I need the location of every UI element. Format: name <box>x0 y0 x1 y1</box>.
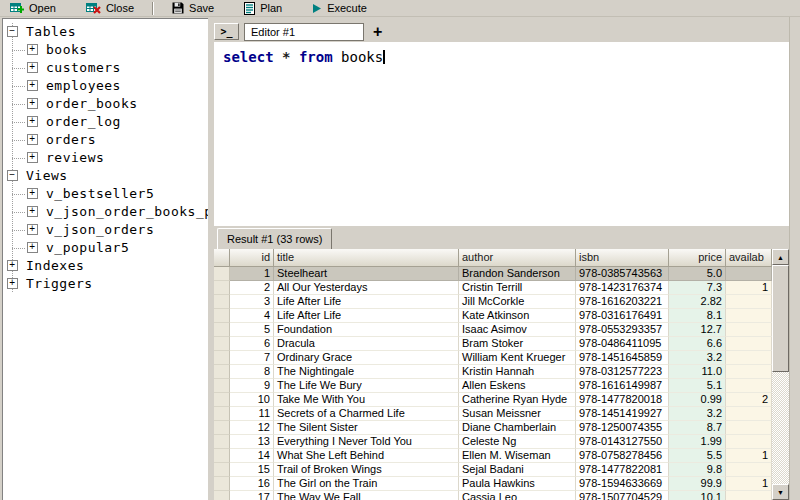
expand-icon[interactable]: + <box>27 206 38 217</box>
cell-title[interactable]: The Girl on the Train <box>274 477 459 491</box>
cell-available[interactable] <box>726 295 772 309</box>
open-button[interactable]: Open <box>6 1 60 16</box>
cell-author[interactable]: Paula Hawkins <box>459 477 576 491</box>
expand-icon[interactable]: + <box>27 134 38 145</box>
cell-price[interactable]: 6.6 <box>669 337 726 351</box>
cell-author[interactable]: Bram Stoker <box>459 337 576 351</box>
table-row[interactable]: 6DraculaBram Stoker978-04864110956.6 <box>214 337 772 351</box>
row-gutter-cell[interactable] <box>214 309 230 323</box>
cell-isbn[interactable]: 978-1477822081 <box>576 463 669 477</box>
table-row[interactable]: 11Secrets of a Charmed LifeSusan Meissne… <box>214 407 772 421</box>
cell-title[interactable]: The Nightingale <box>274 365 459 379</box>
cell-available[interactable] <box>726 463 772 477</box>
cell-price[interactable]: 11.0 <box>669 365 726 379</box>
row-gutter-cell[interactable] <box>214 351 230 365</box>
sql-editor[interactable]: select * from books <box>214 42 789 226</box>
tree-item-order-books[interactable]: +order_books <box>3 95 208 113</box>
cell-isbn[interactable]: 978-1423176374 <box>576 281 669 295</box>
cell-author[interactable]: Diane Chamberlain <box>459 421 576 435</box>
cell-title[interactable]: Life After Life <box>274 309 459 323</box>
row-gutter-cell[interactable] <box>214 491 230 500</box>
tree-item-books[interactable]: +books <box>3 41 208 59</box>
tree-item-v-json-orders[interactable]: +v_json_orders <box>3 221 208 239</box>
cell-author[interactable]: Brandon Sanderson <box>459 267 576 281</box>
cell-title[interactable]: Everything I Never Told You <box>274 435 459 449</box>
row-gutter-cell[interactable] <box>214 267 230 281</box>
cell-id[interactable]: 6 <box>230 337 274 351</box>
tab-editor-1[interactable]: Editor #1 <box>244 23 364 41</box>
column-header-price[interactable]: price <box>669 249 726 267</box>
expand-icon[interactable]: + <box>27 152 38 163</box>
table-row[interactable]: 13Everything I Never Told YouCeleste Ng9… <box>214 435 772 449</box>
cell-id[interactable]: 16 <box>230 477 274 491</box>
cell-available[interactable] <box>726 309 772 323</box>
cell-isbn[interactable]: 978-1507704529 <box>576 491 669 500</box>
cell-author[interactable]: Cassia Leo <box>459 491 576 500</box>
table-row[interactable]: 12The Silent SisterDiane Chamberlain978-… <box>214 421 772 435</box>
cell-price[interactable]: 3.2 <box>669 407 726 421</box>
cell-title[interactable]: Foundation <box>274 323 459 337</box>
expand-icon[interactable]: + <box>27 242 38 253</box>
cell-price[interactable]: 5.0 <box>669 267 726 281</box>
cell-author[interactable]: Jill McCorkle <box>459 295 576 309</box>
cell-isbn[interactable]: 978-0385743563 <box>576 267 669 281</box>
row-gutter-cell[interactable] <box>214 365 230 379</box>
cell-price[interactable]: 8.7 <box>669 421 726 435</box>
cell-id[interactable]: 12 <box>230 421 274 435</box>
tree-item-views[interactable]: −Views <box>3 167 208 185</box>
tree-item-v-popular5[interactable]: +v_popular5 <box>3 239 208 257</box>
cell-title[interactable]: All Our Yesterdays <box>274 281 459 295</box>
cell-author[interactable]: Susan Meissner <box>459 407 576 421</box>
row-gutter-cell[interactable] <box>214 393 230 407</box>
cell-price[interactable]: 9.8 <box>669 463 726 477</box>
table-row[interactable]: 7Ordinary GraceWilliam Kent Krueger978-1… <box>214 351 772 365</box>
cell-isbn[interactable]: 978-0316176491 <box>576 309 669 323</box>
tree-item-triggers[interactable]: +Triggers <box>3 275 208 293</box>
tree-item-v-bestseller5[interactable]: +v_bestseller5 <box>3 185 208 203</box>
row-gutter-cell[interactable] <box>214 323 230 337</box>
cell-id[interactable]: 10 <box>230 393 274 407</box>
cell-id[interactable]: 15 <box>230 463 274 477</box>
save-button[interactable]: Save <box>168 1 218 16</box>
cell-isbn[interactable]: 978-1616203221 <box>576 295 669 309</box>
tree-item-reviews[interactable]: +reviews <box>3 149 208 167</box>
expand-icon[interactable]: + <box>27 44 38 55</box>
cell-available[interactable] <box>726 365 772 379</box>
cell-author[interactable]: Kristin Hannah <box>459 365 576 379</box>
cell-title[interactable]: The Way We Fall <box>274 491 459 500</box>
expand-icon[interactable]: + <box>27 188 38 199</box>
cell-title[interactable]: Take Me With You <box>274 393 459 407</box>
add-editor-tab-button[interactable]: + <box>373 24 382 40</box>
scroll-up-button[interactable]: ▲ <box>772 249 789 265</box>
cell-available[interactable] <box>726 491 772 500</box>
tree-item-v-json-order-books-p[interactable]: +v_json_order_books_p <box>3 203 208 221</box>
cell-title[interactable]: The Silent Sister <box>274 421 459 435</box>
cell-id[interactable]: 4 <box>230 309 274 323</box>
collapse-icon[interactable]: − <box>7 170 18 181</box>
table-row[interactable]: 2All Our YesterdaysCristin Terrill978-14… <box>214 281 772 295</box>
tree-item-employees[interactable]: +employees <box>3 77 208 95</box>
cell-available[interactable] <box>726 323 772 337</box>
cell-author[interactable]: Catherine Ryan Hyde <box>459 393 576 407</box>
vertical-scrollbar[interactable]: ▲ ▼ <box>772 249 789 500</box>
cell-id[interactable]: 7 <box>230 351 274 365</box>
expand-icon[interactable]: + <box>7 260 18 271</box>
collapse-icon[interactable]: − <box>7 26 18 37</box>
column-header-isbn[interactable]: isbn <box>576 249 669 267</box>
cell-isbn[interactable]: 978-1616149987 <box>576 379 669 393</box>
terminal-button[interactable]: >_ <box>214 23 239 40</box>
table-row[interactable]: 9The Life We BuryAllen Eskens978-1616149… <box>214 379 772 393</box>
expand-icon[interactable]: + <box>27 62 38 73</box>
cell-title[interactable]: Secrets of a Charmed Life <box>274 407 459 421</box>
table-row[interactable]: 8The NightingaleKristin Hannah978-031257… <box>214 365 772 379</box>
cell-title[interactable]: What She Left Behind <box>274 449 459 463</box>
cell-title[interactable]: Trail of Broken Wings <box>274 463 459 477</box>
table-row[interactable]: 16The Girl on the TrainPaula Hawkins978-… <box>214 477 772 491</box>
table-row[interactable]: 1SteelheartBrandon Sanderson978-03857435… <box>214 267 772 281</box>
cell-isbn[interactable]: 978-0143127550 <box>576 435 669 449</box>
cell-id[interactable]: 17 <box>230 491 274 500</box>
tree-item-indexes[interactable]: +Indexes <box>3 257 208 275</box>
row-gutter-cell[interactable] <box>214 407 230 421</box>
cell-author[interactable]: Sejal Badani <box>459 463 576 477</box>
cell-price[interactable]: 3.2 <box>669 351 726 365</box>
